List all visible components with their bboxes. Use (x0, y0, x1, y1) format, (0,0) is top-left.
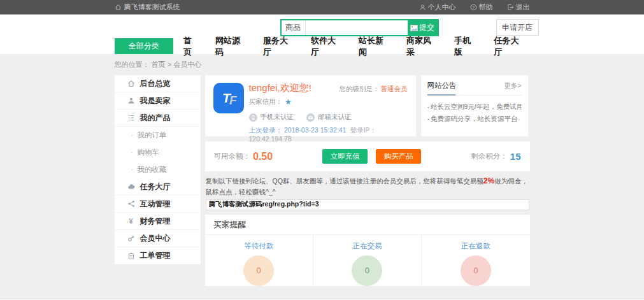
member-level: 您的级别是：普通会员 (340, 85, 408, 94)
email-unverified-badge: 邮箱未认证 (306, 113, 352, 122)
last-login-info: 上次登录：2018-03-23 15:32:41 登录IP：120.42.194… (249, 126, 408, 143)
user-icon (127, 97, 135, 104)
phone-unverified-badge: 手机未认证 (249, 113, 294, 122)
topbar-links: 个人中心 ? 帮助 退出 (419, 3, 530, 12)
topbar-link-personal-center[interactable]: 个人中心 (419, 3, 456, 12)
yen-icon: ¥ (127, 217, 135, 225)
search-input[interactable] (306, 20, 408, 35)
phone-icon (249, 113, 257, 122)
sidebar-item-member-center[interactable]: 会员中心 (115, 230, 201, 247)
buyer-credit: 买家信用： ★ (249, 97, 408, 106)
clipboard-icon (127, 252, 135, 260)
points-value: 15 (510, 151, 521, 162)
main-nav: 全部分类 首页 网站源码 服务大厅 软件大厅 站长新闻 商家风采 手机版 任务大… (0, 38, 644, 54)
stat-waiting-payment: 等待付款 0 (205, 235, 313, 286)
help-icon: ? (470, 4, 477, 11)
sidebar-item-seller[interactable]: 我是卖家 (115, 92, 201, 110)
breadcrumb: 您的位置： 首页 > 会员中心 (115, 54, 530, 75)
sidebar-item-overview[interactable]: 后台总览 (115, 75, 201, 92)
welcome-text: tengfei,欢迎您! (249, 82, 311, 94)
stat-refunding-link[interactable]: 正在退款 (461, 242, 490, 250)
sidebar-item-orders[interactable]: 我的订单 (115, 127, 201, 144)
announcement-panel: 网站公告 更多> 站长云空间9元/年起，免费试用 免费源码分享，站长资源平台 (421, 75, 528, 136)
sidebar-item-favorites[interactable]: 我的收藏 (115, 161, 201, 178)
profile-card: T F tengfei,欢迎您! 您的级别是：普通会员 (205, 75, 416, 136)
stat-refunding-count: 0 (461, 255, 491, 286)
all-categories-button[interactable]: 全部分类 (115, 38, 174, 54)
topbar-link-help[interactable]: ? 帮助 (470, 3, 493, 12)
announcement-more-link[interactable]: 更多> (504, 82, 521, 90)
announcement-item[interactable]: 免费源码分享，站长资源平台 (427, 113, 522, 125)
sidebar-item-task-hall[interactable]: 任务大厅 (115, 178, 201, 196)
referral-link-input[interactable] (206, 199, 529, 210)
buyer-reminder-card: 买家提醒 等待付款 0 正在交易 0 正在退款 (205, 215, 530, 286)
recharge-button[interactable]: 立即充值 (322, 149, 368, 164)
key-icon (127, 234, 135, 242)
mail-icon (306, 113, 315, 122)
announcement-item[interactable]: 站长云空间9元/年起，免费试用 (427, 101, 522, 113)
cloud-icon (127, 183, 135, 190)
home-icon (115, 4, 122, 11)
logout-icon (507, 4, 514, 11)
broken-image-icon (410, 25, 418, 31)
buyer-reminder-title: 买家提醒 (205, 215, 530, 235)
topbar-link-logout[interactable]: 退出 (507, 3, 530, 12)
breadcrumb-home-link[interactable]: 首页 (152, 61, 166, 68)
search-category-select[interactable]: 商品 (282, 20, 306, 35)
last-login-time: 2018-03-23 15:32:41 (284, 126, 347, 134)
star-icon: ★ (285, 98, 292, 106)
user-icon (419, 4, 426, 11)
search-submit-button[interactable]: 提交 (408, 20, 438, 35)
site-title: 腾飞博客测试系统 (124, 3, 180, 12)
stat-in-trade: 正在交易 0 (313, 235, 421, 286)
stat-waiting-payment-link[interactable]: 等待付款 (244, 242, 273, 250)
topbar: 腾飞博客测试系统 个人中心 ? 帮助 退出 (0, 0, 644, 15)
list-icon (127, 114, 135, 122)
share-icon (127, 200, 135, 208)
content-area: 您的位置： 首页 > 会员中心 后台总览 我是卖家 (0, 54, 644, 299)
sidebar: 后台总览 我是卖家 我的产品 我的订单 购物车 (115, 75, 201, 264)
stat-in-trade-count: 0 (352, 255, 382, 286)
stat-waiting-payment-count: 0 (243, 255, 274, 286)
breadcrumb-current: 会员中心 (173, 61, 201, 68)
balance-value: 0.50 (253, 151, 273, 162)
announcement-title: 网站公告 (427, 81, 457, 90)
balance-card: 可用余额： 0.50 立即充值 购买产品 剩余积分： 15 (205, 141, 530, 171)
sidebar-item-cart[interactable]: 购物车 (115, 144, 201, 161)
referral-section: 复制以下链接到论坛、QQ群、朋友圈等，通过该链接注册的会员交易后，您将获得每笔交… (205, 176, 530, 210)
search-bar: 商品 提交 (280, 19, 439, 36)
main-panel: T F tengfei,欢迎您! 您的级别是：普通会员 (205, 75, 530, 286)
sidebar-item-finance[interactable]: ¥ 财务管理 (115, 213, 201, 230)
referral-text: 复制以下链接到论坛、QQ群、朋友圈等，通过该链接注册的会员交易后，您将获得每笔交… (206, 176, 529, 197)
level-badge: 普通会员 (381, 85, 408, 92)
buy-product-button[interactable]: 购买产品 (376, 149, 421, 164)
login-ip: 120.42.194.78 (249, 135, 292, 143)
sidebar-item-interaction[interactable]: 互动管理 (115, 196, 201, 213)
stat-refunding: 正在退款 0 (421, 235, 529, 286)
commission-rate: 2% (483, 176, 494, 185)
svg-text:?: ? (472, 6, 475, 10)
svg-text:F: F (229, 94, 238, 107)
open-shop-button[interactable]: 申请开店 (496, 19, 539, 36)
sidebar-item-tickets[interactable]: 工单管理 (115, 247, 201, 264)
home-icon (127, 80, 135, 87)
site-title-wrap: 腾飞博客测试系统 (115, 3, 180, 12)
sidebar-item-products[interactable]: 我的产品 (115, 110, 201, 127)
page: 腾飞博客测试系统 个人中心 ? 帮助 退出 商品 (0, 0, 644, 300)
stat-in-trade-link[interactable]: 正在交易 (352, 242, 382, 250)
avatar: T F (213, 83, 244, 113)
